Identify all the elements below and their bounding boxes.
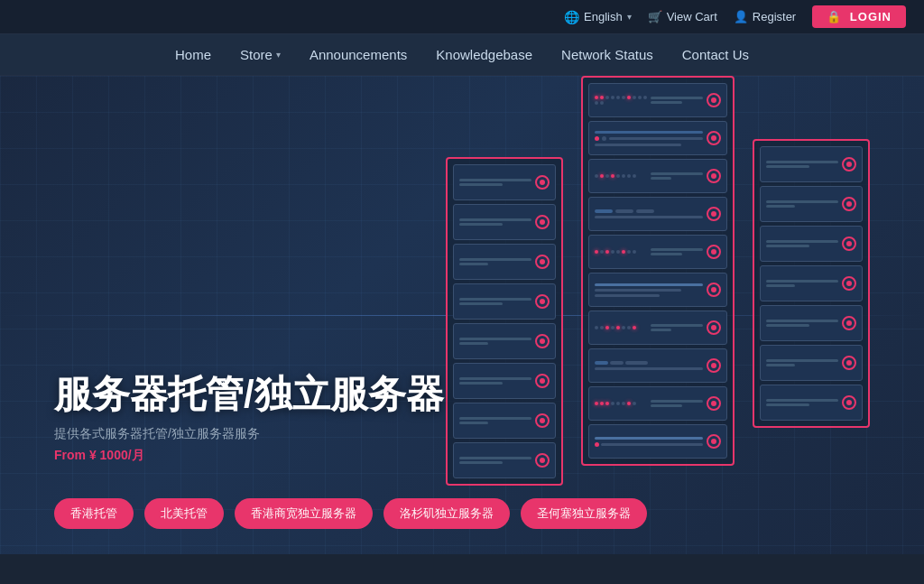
hero-subtitle: 提供各式服务器托管/独立服务器服务 (54, 426, 444, 442)
hero-title: 服务器托管/独立服务器 (54, 374, 444, 415)
globe-icon: 🌐 (564, 10, 579, 24)
hero-section: 服务器托管/独立服务器 提供各式服务器托管/独立服务器服务 From ¥ 100… (0, 76, 924, 554)
nav-store-label: Store (240, 47, 273, 62)
server-unit (588, 348, 727, 383)
hero-price-text: From ¥ 1000/月 (54, 448, 144, 462)
tag-la-dedicated[interactable]: 洛杉矶独立服务器 (383, 498, 510, 529)
server-rack-center (581, 76, 735, 466)
nav-store[interactable]: Store ▾ (240, 47, 281, 62)
hero-content: 服务器托管/独立服务器 提供各式服务器托管/独立服务器服务 From ¥ 100… (54, 374, 444, 464)
server-unit (588, 311, 727, 345)
chevron-down-icon: ▾ (627, 12, 632, 22)
chevron-down-icon: ▾ (276, 50, 281, 60)
server-unit (588, 386, 727, 421)
server-unit (588, 121, 727, 155)
server-unit (588, 83, 727, 117)
cart-label: View Cart (667, 10, 717, 23)
server-unit (588, 424, 727, 459)
server-unit (760, 226, 863, 262)
server-unit (453, 283, 556, 320)
server-unit (760, 385, 863, 421)
server-unit (588, 235, 727, 269)
server-unit (588, 159, 727, 193)
lock-icon: 🔒 (827, 10, 842, 23)
nav-knowledgebase[interactable]: Knowledgebase (436, 47, 532, 62)
login-button[interactable]: 🔒 LOGIN (812, 5, 906, 28)
language-label: English (584, 10, 623, 23)
server-unit (453, 363, 556, 399)
view-cart-link[interactable]: 🛒 View Cart (648, 10, 717, 23)
main-nav: Home Store ▾ Announcements Knowledgebase… (0, 34, 924, 76)
nav-contact-us[interactable]: Contact Us (682, 47, 749, 62)
user-icon: 👤 (734, 10, 748, 23)
server-unit (760, 345, 863, 381)
language-selector[interactable]: 🌐 English ▾ (564, 10, 632, 24)
server-unit (453, 204, 556, 240)
server-unit (588, 273, 727, 307)
server-unit (588, 197, 727, 231)
server-unit (453, 403, 556, 439)
tag-hk-hosting[interactable]: 香港托管 (54, 498, 134, 529)
nav-announcements[interactable]: Announcements (310, 47, 407, 62)
server-unit (760, 265, 863, 301)
top-bar: 🌐 English ▾ 🛒 View Cart 👤 Register 🔒 LOG… (0, 0, 924, 34)
nav-home[interactable]: Home (175, 47, 211, 62)
server-unit (453, 323, 556, 359)
register-label: Register (753, 10, 796, 23)
server-rack-left (446, 157, 563, 486)
server-unit (453, 442, 556, 478)
hero-price: From ¥ 1000/月 (54, 448, 444, 464)
nav-network-status[interactable]: Network Status (561, 47, 653, 62)
server-unit (760, 186, 863, 222)
login-label: LOGIN (850, 10, 892, 23)
tag-hk-dedicated[interactable]: 香港商宽独立服务器 (235, 498, 373, 529)
register-link[interactable]: 👤 Register (734, 10, 796, 23)
server-unit (760, 146, 863, 182)
service-tags: 香港托管 北美托管 香港商宽独立服务器 洛杉矶独立服务器 圣何塞独立服务器 (54, 498, 647, 529)
server-racks-area (446, 103, 870, 486)
server-unit (453, 164, 556, 200)
server-rack-right (753, 139, 870, 428)
server-unit (453, 244, 556, 280)
cart-icon: 🛒 (648, 10, 662, 23)
tag-na-hosting[interactable]: 北美托管 (144, 498, 224, 529)
server-unit (760, 305, 863, 341)
tag-sj-dedicated[interactable]: 圣何塞独立服务器 (521, 498, 647, 529)
